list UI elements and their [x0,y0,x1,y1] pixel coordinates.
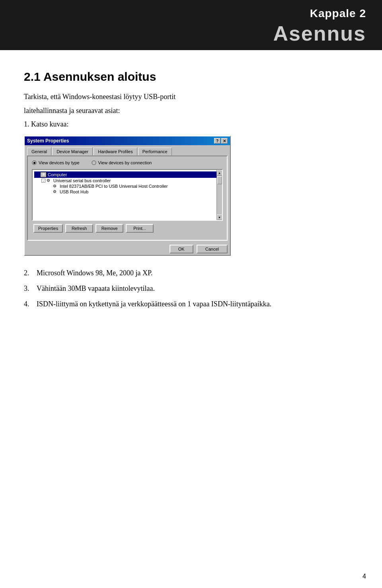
radio-label-type: View devices by type [39,160,80,165]
action-buttons-row: Properties Refresh Remove Print... [32,224,223,233]
expand-usb[interactable]: - [41,179,45,183]
scroll-up[interactable]: ▲ [217,170,222,175]
scrollbar[interactable]: ▲ ▼ [216,170,222,220]
list-item-2: 2. Microsoft Windows 98, Me, 2000 ja XP. [24,268,358,278]
system-properties-dialog: System Properties ? ✕ General Device Man… [24,136,231,256]
computer-icon: 🖥 [40,172,47,177]
properties-button[interactable]: Properties [33,224,63,233]
tree-item-intel-usb[interactable]: ⚙ Intel 82371AB/EB PCI to USB Universal … [47,183,220,189]
titlebar-buttons: ? ✕ [214,138,228,144]
intro-line2: laitehallinnasta ja seuraavat asiat: [24,105,358,116]
usb-icon: ⚙ [47,178,52,183]
dialog-titlebar: System Properties ? ✕ [25,136,230,145]
section-heading: 2.1 Asennuksen aloitus [24,70,358,84]
main-content: 2.1 Asennuksen aloitus Tarkista, että Wi… [0,50,382,330]
radio-circle-connection [92,160,96,165]
remove-button[interactable]: Remove [96,224,123,233]
chapter-label: Kappale 2 [16,7,366,20]
tree-label-intel-usb: Intel 82371AB/EB PCI to USB Universal Ho… [60,184,168,189]
radio-row: View devices by type View devices by con… [32,160,223,165]
item-num-2: 2. [24,268,32,278]
scroll-down[interactable]: ▼ [217,214,222,220]
close-button[interactable]: ✕ [221,138,228,144]
intro-line1: Tarkista, että Windows-koneestasi löytyy… [24,92,358,102]
usb-hub-icon: ⚙ [53,189,58,194]
radio-circle-type [32,160,37,165]
tab-device-manager[interactable]: Device Manager [52,147,93,156]
tree-label-usb-root-hub: USB Root Hub [60,189,88,194]
page-number: 4 [363,573,366,580]
list-item-4: 4. ISDN-liittymä on kytkettynä ja verkko… [24,299,358,310]
tree-item-usb-root-hub[interactable]: ⚙ USB Root Hub [47,189,220,195]
radio-by-connection[interactable]: View devices by connection [92,160,152,165]
header-bar: Kappale 2 Asennus [0,0,382,50]
item-num-4: 4. [24,299,32,310]
tab-hardware-profiles[interactable]: Hardware Profiles [94,148,137,156]
item-text-2: Microsoft Windows 98, Me, 2000 ja XP. [37,268,152,278]
help-button[interactable]: ? [214,138,220,144]
item-text-3: Vähintään 30MB vapaata kiintolevytilaa. [37,283,155,294]
dialog-container: System Properties ? ✕ General Device Man… [24,136,358,256]
radio-label-connection: View devices by connection [98,160,152,165]
tree-label-computer: Computer [48,172,67,177]
tab-general[interactable]: General [27,148,51,156]
tree-label-usb-controller: Universal serial bus controller [53,178,111,183]
intel-usb-icon: ⚙ [53,184,58,189]
radio-by-type[interactable]: View devices by type [32,160,80,165]
item-text-4: ISDN-liittymä on kytkettynä ja verkkopää… [37,299,271,310]
ok-button[interactable]: OK [170,245,193,253]
dialog-body: View devices by type View devices by con… [27,156,228,241]
katso-label: 1. Katso kuvaa: [24,120,358,129]
dialog-title-text: System Properties [27,138,69,144]
print-button[interactable]: Print... [126,224,154,233]
tree-item-usb-controller[interactable]: - ⚙ Universal serial bus controller [41,178,220,183]
tree-item-computer[interactable]: 🖥 Computer [34,171,220,178]
ok-cancel-row: OK Cancel [25,243,230,255]
list-item-3: 3. Vähintään 30MB vapaata kiintolevytila… [24,283,358,294]
tab-performance[interactable]: Performance [138,148,172,156]
cancel-button[interactable]: Cancel [197,245,228,253]
item-num-3: 3. [24,283,32,294]
refresh-button[interactable]: Refresh [65,224,93,233]
dialog-tabs: General Device Manager Hardware Profiles… [25,145,230,156]
scroll-thumb[interactable] [217,176,222,184]
numbered-list: 2. Microsoft Windows 98, Me, 2000 ja XP.… [24,268,358,310]
device-tree[interactable]: 🖥 Computer - ⚙ Universal serial bus cont… [32,169,223,221]
page-title: Asennus [16,21,366,45]
